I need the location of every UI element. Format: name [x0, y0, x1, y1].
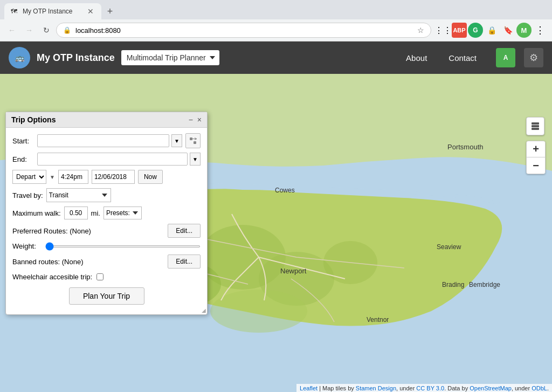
browser-tab[interactable]: 🗺 My OTP Instance ✕ — [4, 3, 101, 19]
more-button[interactable]: ⋮ — [533, 23, 548, 38]
cc-link[interactable]: CC BY 3.0 — [416, 385, 444, 391]
banned-routes-row: Banned routes: (None) Edit... — [12, 255, 201, 269]
depart-row: Depart Arrive ▼ Now — [12, 170, 201, 184]
mode-dropdown[interactable]: Multimodal Trip Planner — [121, 50, 219, 65]
trip-options-panel: Trip Options − × Start: ▼ — [5, 112, 208, 315]
trip-panel-header[interactable]: Trip Options − × — [6, 112, 207, 128]
svg-point-7 — [210, 290, 307, 333]
address-bar[interactable]: 🔒 ☆ — [56, 23, 431, 38]
new-tab-button[interactable]: + — [104, 5, 116, 18]
lock-icon: 🔒 — [63, 26, 71, 34]
extensions-button[interactable]: ⋮⋮ — [436, 23, 451, 38]
weight-row: Weight: — [12, 242, 201, 250]
trip-panel-title: Trip Options — [11, 115, 56, 124]
end-label: End: — [12, 155, 34, 163]
start-dropdown-button[interactable]: ▼ — [171, 134, 182, 147]
start-input-group: ▼ — [37, 134, 182, 147]
reload-button[interactable]: ↻ — [39, 23, 54, 38]
svg-rect-10 — [532, 128, 539, 130]
travel-row: Travel by: Transit Walk Bicycle Car — [12, 188, 201, 202]
ext-icon[interactable]: 🔖 — [500, 23, 515, 38]
star-icon[interactable]: ☆ — [417, 26, 424, 35]
url-input[interactable] — [75, 26, 413, 35]
banned-routes-edit-button[interactable]: Edit... — [168, 255, 201, 269]
back-button[interactable]: ← — [4, 23, 19, 38]
walk-row: Maximum walk: mi. Presets: — [12, 207, 201, 219]
wheelchair-label: Wheelchair accesible trip: — [12, 273, 92, 281]
tab-bar: 🗺 My OTP Instance ✕ + — [0, 0, 552, 19]
travel-label: Travel by: — [12, 191, 43, 200]
swap-icon — [189, 137, 197, 145]
tab-favicon: 🗺 — [11, 8, 18, 15]
walk-input[interactable] — [64, 207, 88, 219]
forward-button[interactable]: → — [22, 23, 37, 38]
lock-ext-icon[interactable]: 🔒 — [484, 23, 499, 38]
minimize-button[interactable]: − — [189, 115, 193, 124]
date-input[interactable] — [92, 170, 135, 184]
profile-icon[interactable]: M — [516, 23, 532, 38]
about-link[interactable]: About — [395, 53, 438, 63]
resize-handle[interactable]: ◢ — [199, 307, 207, 314]
start-input[interactable] — [37, 134, 169, 147]
layers-icon — [530, 121, 540, 131]
city-portsmouth: Portsmouth — [447, 143, 483, 151]
map-container[interactable]: Portsmouth Sway Cowes Newport Seaview Br… — [0, 74, 552, 392]
leaflet-link[interactable]: Leaflet — [300, 385, 318, 391]
walk-unit: mi. — [91, 209, 100, 217]
grammar-icon[interactable]: G — [468, 23, 483, 38]
back-icon: ← — [8, 26, 16, 35]
depart-select[interactable]: Depart Arrive — [12, 170, 46, 184]
city-newport: Newport — [280, 267, 307, 275]
banned-routes-label: Banned routes: (None) — [12, 258, 84, 266]
map-layers-button[interactable] — [526, 117, 544, 135]
start-row: Start: ▼ — [12, 133, 201, 148]
city-bembridge: Bembridge — [469, 281, 500, 288]
nav-bar: ← → ↻ 🔒 ☆ ⋮⋮ ABP G 🔒 🔖 M ⋮ — [0, 19, 552, 41]
browser-extension-icons: ⋮⋮ ABP G 🔒 🔖 M ⋮ — [436, 23, 548, 38]
odbl-link[interactable]: ODbL — [532, 385, 547, 391]
presets-select[interactable]: Presets: — [104, 207, 142, 219]
trip-panel-controls: − × — [189, 115, 202, 124]
svg-rect-12 — [194, 141, 196, 144]
wheelchair-row: Wheelchair accesible trip: — [12, 273, 201, 281]
osm-link[interactable]: OpenStreetMap — [470, 385, 512, 391]
translate-icon[interactable]: A — [496, 48, 515, 67]
depart-arrow: ▼ — [50, 174, 55, 180]
map-zoom-group: + − — [526, 141, 546, 174]
reload-icon: ↻ — [43, 26, 50, 35]
forward-icon: → — [25, 26, 33, 35]
app-container: 🚌 My OTP Instance Multimodal Trip Planne… — [0, 42, 552, 392]
city-cowes: Cowes — [275, 187, 295, 194]
weight-label: Weight: — [12, 242, 42, 250]
tab-close-button[interactable]: ✕ — [86, 7, 95, 16]
wheelchair-checkbox[interactable] — [96, 273, 104, 280]
close-button[interactable]: × — [197, 115, 202, 124]
header-nav: About Contact — [395, 53, 487, 63]
zoom-out-button[interactable]: − — [527, 157, 545, 174]
city-ventnor: Ventnor — [367, 316, 389, 324]
settings-icon[interactable]: ⚙ — [524, 48, 543, 67]
preferred-routes-edit-button[interactable]: Edit... — [168, 224, 201, 238]
plan-trip-button[interactable]: Plan Your Trip — [69, 287, 144, 305]
end-dropdown-button[interactable]: ▼ — [190, 153, 201, 166]
time-input[interactable] — [58, 170, 88, 184]
app-title: My OTP Instance — [37, 52, 115, 64]
app-header: 🚌 My OTP Instance Multimodal Trip Planne… — [0, 42, 552, 74]
map-attribution: Leaflet | Map tiles by Stamen Design, un… — [296, 384, 552, 392]
end-row: End: ▼ — [12, 153, 201, 166]
now-button[interactable]: Now — [138, 170, 163, 184]
city-seaview: Seaview — [437, 243, 461, 251]
tab-title: My OTP Instance — [23, 8, 82, 15]
swap-locations-button[interactable] — [185, 133, 201, 148]
end-input[interactable] — [37, 153, 188, 166]
adblocker-icon[interactable]: ABP — [452, 23, 467, 38]
travel-select[interactable]: Transit Walk Bicycle Car — [46, 188, 111, 202]
svg-rect-9 — [532, 125, 539, 127]
preferred-routes-label: Preferred Routes: (None) — [12, 227, 91, 235]
zoom-in-button[interactable]: + — [527, 141, 545, 157]
map-controls: + − — [526, 117, 546, 174]
contact-link[interactable]: Contact — [438, 53, 487, 63]
stamen-link[interactable]: Stamen Design — [356, 385, 396, 391]
weight-slider[interactable] — [45, 245, 201, 247]
logo-icon: 🚌 — [11, 50, 27, 66]
